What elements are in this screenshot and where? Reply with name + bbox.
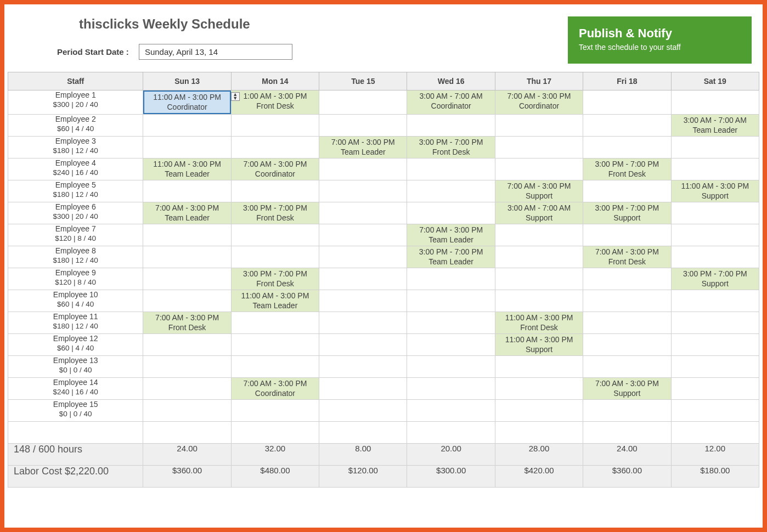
- schedule-cell[interactable]: [495, 378, 583, 400]
- schedule-cell[interactable]: [407, 115, 495, 137]
- time-stepper[interactable]: ▲▼: [231, 92, 240, 101]
- shift-block[interactable]: 3:00 PM - 7:00 PMSupport: [583, 202, 670, 224]
- schedule-cell[interactable]: [583, 115, 671, 137]
- schedule-cell[interactable]: [231, 356, 319, 378]
- schedule-cell[interactable]: 7:00 AM - 3:00 PMCoordinator: [495, 90, 583, 115]
- shift-block[interactable]: 11:00 AM - 3:00 PMCoordinator▲▼: [143, 90, 230, 114]
- shift-block[interactable]: 11:00 AM - 3:00 PMSupport: [495, 334, 583, 355]
- schedule-cell[interactable]: 11:00 AM - 3:00 PMTeam Leader: [231, 290, 319, 312]
- schedule-cell[interactable]: [231, 137, 319, 159]
- schedule-cell[interactable]: 3:00 AM - 7:00 AMCoordinator: [407, 90, 495, 115]
- shift-block[interactable]: 3:00 PM - 7:00 PMTeam Leader: [407, 246, 494, 268]
- schedule-cell[interactable]: [143, 137, 231, 159]
- schedule-cell[interactable]: [495, 246, 583, 268]
- schedule-cell[interactable]: [583, 334, 671, 356]
- shift-block[interactable]: 11:00 AM - 3:00 PMTeam Leader: [143, 159, 230, 180]
- schedule-cell[interactable]: [319, 115, 407, 137]
- schedule-cell[interactable]: 3:00 PM - 7:00 PMFront Desk: [231, 268, 319, 290]
- schedule-cell[interactable]: [231, 400, 319, 422]
- schedule-cell[interactable]: [583, 312, 671, 334]
- shift-block[interactable]: 3:00 PM - 7:00 PMFront Desk: [232, 268, 319, 290]
- shift-block[interactable]: 3:00 PM - 7:00 PMFront Desk: [583, 159, 670, 180]
- schedule-cell[interactable]: [671, 312, 759, 334]
- schedule-cell[interactable]: [143, 378, 231, 400]
- schedule-cell[interactable]: [495, 115, 583, 137]
- shift-block[interactable]: 3:00 AM - 7:00 AMTeam Leader: [672, 115, 759, 136]
- period-start-input[interactable]: Sunday, April 13, 14: [139, 44, 292, 60]
- schedule-cell[interactable]: [495, 356, 583, 378]
- schedule-cell[interactable]: [583, 137, 671, 159]
- schedule-cell[interactable]: [143, 356, 231, 378]
- schedule-cell[interactable]: [407, 268, 495, 290]
- shift-block[interactable]: 7:00 AM - 3:00 PMCoordinator: [232, 159, 319, 180]
- schedule-cell[interactable]: [407, 312, 495, 334]
- schedule-cell[interactable]: [407, 378, 495, 400]
- schedule-cell[interactable]: [143, 224, 231, 246]
- schedule-cell[interactable]: 3:00 PM - 7:00 PMTeam Leader: [407, 246, 495, 268]
- schedule-cell[interactable]: [231, 312, 319, 334]
- schedule-cell[interactable]: 3:00 PM - 7:00 PMFront Desk: [583, 159, 671, 180]
- schedule-cell[interactable]: [671, 224, 759, 246]
- schedule-cell[interactable]: 7:00 AM - 3:00 PMSupport: [583, 378, 671, 400]
- shift-block[interactable]: 7:00 AM - 3:00 PMCoordinator: [232, 378, 319, 399]
- schedule-cell[interactable]: 3:00 PM - 7:00 PMSupport: [671, 268, 759, 290]
- schedule-cell[interactable]: [319, 90, 407, 115]
- schedule-cell[interactable]: [319, 246, 407, 268]
- schedule-cell[interactable]: [143, 268, 231, 290]
- schedule-cell[interactable]: [671, 400, 759, 422]
- shift-block[interactable]: 7:00 AM - 3:00 PMFront Desk: [143, 312, 230, 333]
- schedule-cell[interactable]: [495, 290, 583, 312]
- schedule-cell[interactable]: [231, 334, 319, 356]
- schedule-cell[interactable]: [143, 290, 231, 312]
- schedule-cell[interactable]: [231, 246, 319, 268]
- schedule-cell[interactable]: [143, 180, 231, 202]
- schedule-cell[interactable]: [143, 334, 231, 356]
- shift-block[interactable]: 3:00 PM - 7:00 PMFront Desk: [407, 137, 494, 158]
- schedule-cell[interactable]: [319, 334, 407, 356]
- schedule-cell[interactable]: [495, 400, 583, 422]
- shift-block[interactable]: 3:00 PM - 7:00 PMFront Desk: [232, 202, 319, 224]
- schedule-cell[interactable]: [671, 334, 759, 356]
- schedule-cell[interactable]: [495, 159, 583, 180]
- schedule-cell[interactable]: [583, 400, 671, 422]
- shift-block[interactable]: 11:00 AM - 3:00 PMSupport: [672, 180, 759, 202]
- schedule-cell[interactable]: 7:00 AM - 3:00 PMTeam Leader: [319, 137, 407, 159]
- schedule-cell[interactable]: [495, 224, 583, 246]
- shift-block[interactable]: 7:00 AM - 3:00 PMCoordinator: [495, 90, 583, 114]
- schedule-cell[interactable]: 11:00 AM - 3:00 PMCoordinator▲▼: [143, 90, 231, 115]
- schedule-cell[interactable]: [671, 159, 759, 180]
- schedule-cell[interactable]: 7:00 AM - 3:00 PMCoordinator: [231, 159, 319, 180]
- schedule-cell[interactable]: [319, 400, 407, 422]
- schedule-cell[interactable]: [583, 180, 671, 202]
- schedule-cell[interactable]: [319, 224, 407, 246]
- schedule-cell[interactable]: 11:00 AM - 3:00 PMTeam Leader: [143, 159, 231, 180]
- schedule-cell[interactable]: 7:00 AM - 3:00 PMCoordinator: [231, 378, 319, 400]
- schedule-cell[interactable]: [671, 137, 759, 159]
- shift-block[interactable]: 7:00 AM - 3:00 PMTeam Leader: [143, 202, 230, 224]
- schedule-cell[interactable]: [407, 400, 495, 422]
- shift-block[interactable]: 3:00 PM - 7:00 PMSupport: [672, 268, 759, 290]
- schedule-cell[interactable]: [407, 180, 495, 202]
- schedule-cell[interactable]: [319, 159, 407, 180]
- schedule-cell[interactable]: [671, 378, 759, 400]
- shift-block[interactable]: 11:00 AM - 3:00 PMFront Desk: [495, 312, 583, 333]
- schedule-cell[interactable]: [407, 290, 495, 312]
- schedule-cell[interactable]: 7:00 AM - 3:00 PMFront Desk: [583, 246, 671, 268]
- schedule-cell[interactable]: 3:00 PM - 7:00 PMFront Desk: [231, 202, 319, 224]
- schedule-cell[interactable]: [671, 202, 759, 224]
- schedule-cell[interactable]: [495, 268, 583, 290]
- schedule-cell[interactable]: [143, 246, 231, 268]
- schedule-cell[interactable]: 3:00 AM - 7:00 AMSupport: [495, 202, 583, 224]
- schedule-cell[interactable]: [671, 356, 759, 378]
- schedule-cell[interactable]: [319, 202, 407, 224]
- schedule-cell[interactable]: 7:00 AM - 3:00 PMTeam Leader: [407, 224, 495, 246]
- schedule-cell[interactable]: [671, 290, 759, 312]
- shift-block[interactable]: 1:00 AM - 3:00 PMFront Desk: [232, 90, 319, 114]
- schedule-cell[interactable]: [407, 159, 495, 180]
- schedule-cell[interactable]: 11:00 AM - 3:00 PMSupport: [495, 334, 583, 356]
- schedule-cell[interactable]: [583, 90, 671, 115]
- schedule-cell[interactable]: 3:00 PM - 7:00 PMFront Desk: [407, 137, 495, 159]
- shift-block[interactable]: 3:00 AM - 7:00 AMSupport: [495, 202, 583, 224]
- schedule-cell[interactable]: [407, 334, 495, 356]
- schedule-cell[interactable]: [407, 202, 495, 224]
